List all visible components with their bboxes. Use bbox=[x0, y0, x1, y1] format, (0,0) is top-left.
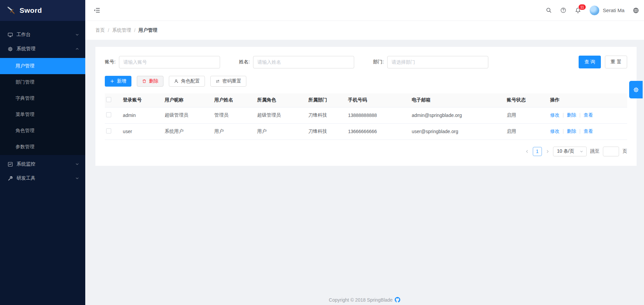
name-input[interactable] bbox=[253, 56, 354, 68]
table-toolbar: 新增 删除 角色配置 密码重置 bbox=[105, 76, 627, 87]
row-checkbox[interactable] bbox=[106, 128, 111, 133]
sidebar-item-param-management[interactable]: 参数管理 bbox=[0, 139, 85, 155]
sidebar-item-label: 系统监控 bbox=[17, 161, 75, 167]
prev-page-button[interactable] bbox=[525, 149, 529, 154]
select-all-checkbox[interactable] bbox=[106, 97, 111, 102]
delete-button[interactable]: 删除 bbox=[137, 76, 163, 87]
sidebar-item-dict-management[interactable]: 字典管理 bbox=[0, 90, 85, 106]
dept-label: 部门: bbox=[373, 59, 384, 65]
sword-logo-icon bbox=[7, 6, 16, 15]
wrench-icon bbox=[7, 176, 13, 181]
sidebar-item-system-management[interactable]: 系统管理 bbox=[0, 42, 85, 56]
monitor-icon bbox=[7, 32, 13, 38]
cell-email: user@springblade.org bbox=[410, 123, 505, 140]
view-link[interactable]: 查看 bbox=[584, 128, 593, 134]
sidebar-item-dev-tools[interactable]: 研发工具 bbox=[0, 171, 85, 185]
breadcrumb-current: 用户管理 bbox=[139, 27, 157, 33]
sidebar-item-dept-management[interactable]: 部门管理 bbox=[0, 74, 85, 90]
next-page-button[interactable] bbox=[545, 149, 550, 154]
theme-settings-button[interactable] bbox=[629, 81, 643, 98]
notifications-button[interactable]: 11 bbox=[575, 7, 581, 14]
name-field-group: 姓名: bbox=[239, 56, 354, 68]
breadcrumb-separator: / bbox=[134, 28, 135, 33]
add-button[interactable]: 新增 bbox=[105, 76, 131, 87]
avatar bbox=[589, 5, 600, 16]
cell-phone: 13666666666 bbox=[347, 123, 410, 140]
globe-icon bbox=[633, 7, 639, 14]
sidebar-collapse-button[interactable] bbox=[93, 7, 100, 14]
sidebar: Sword 工作台 系统管理 用户管理 部门管理 字典管 bbox=[0, 0, 85, 305]
column-header-phone: 手机号码 bbox=[347, 93, 410, 107]
chevron-left-icon bbox=[525, 149, 529, 154]
cell-role: 用户 bbox=[256, 123, 307, 140]
sidebar-item-label: 工作台 bbox=[17, 32, 75, 38]
chevron-down-icon bbox=[75, 33, 79, 37]
app-window: Sword 工作台 系统管理 用户管理 部门管理 字典管 bbox=[0, 0, 644, 305]
user-menu[interactable]: Serati Ma bbox=[589, 5, 624, 16]
current-page[interactable]: 1 bbox=[533, 147, 542, 156]
user-table: 登录账号 用户昵称 用户姓名 所属角色 所属部门 手机号码 电子邮箱 账号状态 … bbox=[105, 93, 627, 140]
page-unit-label: 页 bbox=[622, 148, 627, 154]
cell-phone: 13888888888 bbox=[347, 107, 410, 123]
sidebar-item-menu-management[interactable]: 菜单管理 bbox=[0, 106, 85, 123]
plus-icon bbox=[110, 79, 115, 84]
column-header-role: 所属角色 bbox=[256, 93, 307, 107]
header-search-button[interactable] bbox=[546, 7, 552, 13]
chevron-down-icon bbox=[580, 150, 583, 153]
sidebar-item-label: 系统管理 bbox=[17, 46, 75, 52]
language-button[interactable] bbox=[633, 7, 639, 14]
reset-button-label: 重 置 bbox=[611, 59, 621, 64]
question-icon bbox=[560, 7, 566, 13]
page-size-select[interactable]: 10 条/页 bbox=[553, 147, 587, 156]
breadcrumb-system-management[interactable]: 系统管理 bbox=[112, 27, 131, 33]
cell-email: admin@springblade.org bbox=[410, 107, 505, 123]
cell-account: user bbox=[122, 123, 163, 140]
user-name: Serati Ma bbox=[603, 7, 624, 13]
system-management-submenu: 用户管理 部门管理 字典管理 菜单管理 角色管理 参数管理 bbox=[0, 58, 85, 155]
name-label: 姓名: bbox=[239, 59, 250, 65]
view-link[interactable]: 查看 bbox=[584, 112, 593, 118]
pagination: 1 10 条/页 跳至 页 bbox=[105, 147, 627, 156]
column-header-account: 登录账号 bbox=[122, 93, 163, 107]
submenu-item-label: 参数管理 bbox=[16, 144, 34, 150]
column-header-nickname: 用户昵称 bbox=[163, 93, 213, 107]
submenu-item-label: 菜单管理 bbox=[16, 112, 34, 118]
submenu-item-label: 角色管理 bbox=[16, 128, 34, 134]
chevron-down-icon bbox=[75, 176, 79, 180]
jump-to-input[interactable] bbox=[603, 147, 619, 156]
search-button[interactable]: 查 询 bbox=[579, 56, 601, 68]
cell-actions: 修改删除查看 bbox=[549, 123, 627, 140]
sidebar-nav: 工作台 系统管理 用户管理 部门管理 字典管理 菜单管理 bbox=[0, 21, 85, 185]
sidebar-item-system-monitor[interactable]: 系统监控 bbox=[0, 157, 85, 171]
cell-name: 用户 bbox=[213, 123, 256, 140]
sidebar-item-user-management[interactable]: 用户管理 bbox=[0, 58, 85, 74]
header-actions: 11 Serati Ma bbox=[546, 5, 639, 16]
page-size-value: 10 条/页 bbox=[557, 148, 574, 154]
cell-dept: 刀锋科技 bbox=[307, 123, 347, 140]
edit-link[interactable]: 修改 bbox=[550, 112, 559, 118]
sidebar-item-workbench[interactable]: 工作台 bbox=[0, 28, 85, 42]
table-header-row: 登录账号 用户昵称 用户姓名 所属角色 所属部门 手机号码 电子邮箱 账号状态 … bbox=[105, 93, 627, 107]
delete-link[interactable]: 删除 bbox=[567, 128, 576, 134]
password-reset-button[interactable]: 密码重置 bbox=[210, 76, 246, 87]
reset-button[interactable]: 重 置 bbox=[605, 56, 627, 68]
cell-role: 超级管理员 bbox=[256, 107, 307, 123]
column-header-status: 账号状态 bbox=[505, 93, 549, 107]
submenu-item-label: 用户管理 bbox=[16, 63, 34, 69]
role-config-button[interactable]: 角色配置 bbox=[169, 76, 205, 87]
logo[interactable]: Sword bbox=[0, 0, 85, 21]
menu-fold-icon bbox=[93, 7, 100, 14]
edit-link[interactable]: 修改 bbox=[550, 128, 559, 134]
table-row: admin 超级管理员 管理员 超级管理员 刀锋科技 13888888888 a… bbox=[105, 107, 627, 123]
password-reset-button-label: 密码重置 bbox=[222, 78, 241, 84]
account-input[interactable] bbox=[119, 56, 220, 68]
github-icon[interactable] bbox=[395, 297, 400, 303]
sidebar-item-role-management[interactable]: 角色管理 bbox=[0, 123, 85, 139]
dept-select[interactable] bbox=[387, 56, 488, 68]
cell-name: 管理员 bbox=[213, 107, 256, 123]
breadcrumb-home[interactable]: 首页 bbox=[95, 27, 105, 33]
row-checkbox[interactable] bbox=[106, 112, 111, 117]
user-plus-icon bbox=[174, 79, 179, 84]
delete-link[interactable]: 删除 bbox=[567, 112, 576, 118]
header-help-button[interactable] bbox=[560, 7, 566, 13]
